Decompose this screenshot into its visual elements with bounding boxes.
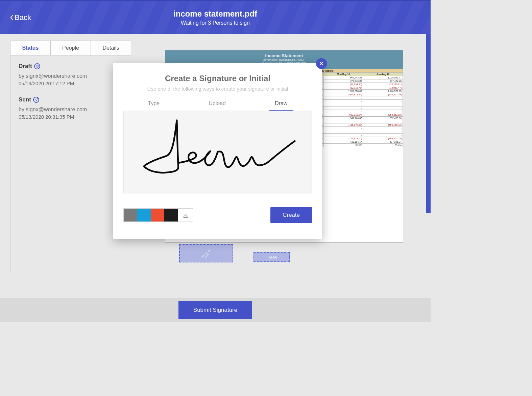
status-item: Draft by signx@wondershare.com 05/13/202… — [19, 63, 123, 86]
power-icon — [34, 63, 40, 69]
eraser-icon — [183, 212, 189, 218]
submit-signature-button[interactable]: Submit Signature — [178, 301, 252, 319]
back-label: Back — [15, 13, 31, 22]
color-swatch-blue[interactable] — [137, 209, 151, 222]
tab-people[interactable]: People — [51, 41, 91, 55]
doc-preview-sub1: Dimension: BUSINESSGROUP — [165, 58, 403, 62]
back-button[interactable]: Back — [9, 13, 31, 22]
color-swatch-black[interactable] — [164, 209, 178, 222]
date-label: Date — [266, 254, 277, 260]
modal-tabs: Type Upload Draw — [123, 98, 312, 111]
tab-upload-signature[interactable]: Upload — [202, 98, 232, 111]
close-button[interactable] — [316, 58, 327, 69]
document-title: income statement.pdf — [173, 9, 257, 19]
status-label-text: Sent — [19, 96, 31, 103]
status-by: by signx@wondershare.com — [19, 107, 123, 113]
modal-title: Create a Signature or Initial — [123, 74, 312, 83]
create-signature-modal: Create a Signature or Initial Use one of… — [113, 63, 322, 239]
date-field[interactable]: Date — [253, 252, 290, 262]
chevron-left-icon — [9, 15, 14, 20]
tab-draw-signature[interactable]: Draw — [269, 98, 293, 111]
signature-draw-canvas[interactable] — [123, 111, 312, 193]
color-picker — [123, 208, 193, 222]
modal-subtitle: Use one of the following ways to create … — [123, 86, 312, 92]
status-item: Sent by signx@wondershare.com 05/13/2020… — [19, 96, 123, 120]
side-tabs: Status People Details — [10, 41, 131, 55]
eraser-button[interactable] — [178, 209, 193, 222]
close-icon — [319, 61, 324, 66]
tab-type-signature[interactable]: Type — [142, 98, 166, 111]
tab-details[interactable]: Details — [91, 41, 131, 55]
side-panel: Status People Details Draft by signx@won… — [0, 34, 132, 322]
send-icon — [33, 97, 39, 103]
signature-stroke — [124, 111, 312, 193]
status-time: 05/13/2020 20:17:12 PM — [19, 80, 123, 86]
doc-preview-title: Income Statement — [165, 53, 403, 58]
document-subtitle: Waiting for 3 Persons to sign — [173, 20, 257, 26]
status-by: by signx@wondershare.com — [19, 73, 123, 79]
color-swatch-red[interactable] — [151, 209, 164, 222]
create-button[interactable]: Create — [270, 207, 312, 223]
app-header: Back income statement.pdf Waiting for 3 … — [0, 0, 431, 34]
status-label-text: Draft — [19, 63, 32, 70]
status-time: 05/13/2020 20:31:35 PM — [19, 114, 123, 120]
pen-icon — [201, 248, 211, 258]
scrollbar[interactable] — [426, 34, 431, 213]
signature-field[interactable] — [179, 244, 233, 262]
footer-bar: Submit Signature — [0, 298, 431, 322]
tab-status[interactable]: Status — [10, 41, 51, 55]
color-swatch-gray[interactable] — [124, 209, 137, 222]
